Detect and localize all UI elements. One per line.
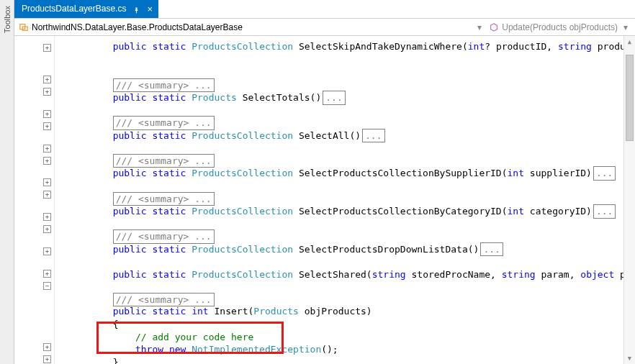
fold-toggle[interactable]: + [43, 178, 51, 186]
highlight-box [96, 322, 284, 354]
vertical-scrollbar[interactable]: ▴ ▾ [623, 36, 635, 364]
type-dropdown-icon[interactable]: ▾ [474, 22, 485, 32]
fold-toggle[interactable]: + [43, 110, 51, 118]
fold-toggle[interactable]: + [43, 343, 51, 351]
toolbox-label: Toolbox [3, 6, 12, 33]
method-icon [489, 22, 499, 32]
tab-active[interactable]: ProductsDataLayerBase.cs × [14, 0, 158, 18]
fold-toggle[interactable]: + [43, 355, 51, 363]
fold-toggle[interactable]: + [43, 247, 51, 255]
fold-toggle[interactable]: + [43, 270, 51, 278]
fold-toggle[interactable]: + [43, 145, 51, 153]
close-icon[interactable]: × [147, 4, 153, 14]
pin-icon[interactable] [133, 6, 140, 12]
code-editor[interactable]: public static ProductsCollection SelectS… [55, 36, 623, 364]
scroll-thumb[interactable] [626, 55, 634, 141]
fold-toggle[interactable]: + [43, 122, 51, 130]
editor-gutter: + + + + + + + + + + + + + [14, 36, 55, 364]
fold-toggle[interactable]: + [43, 213, 51, 221]
tab-bar: ProductsDataLayerBase.cs × [14, 0, 635, 19]
fold-toggle[interactable]: + [43, 88, 51, 96]
scroll-down-icon[interactable]: ▾ [624, 352, 635, 364]
type-nav-bar: NorthwindNS.DataLayer.Base.ProductsDataL… [14, 19, 635, 36]
toolbox-panel[interactable]: Toolbox [0, 0, 14, 364]
fold-toggle[interactable]: − [43, 282, 51, 290]
member-selector[interactable]: Update(Products objProducts) [502, 22, 618, 32]
class-icon [19, 22, 29, 32]
fold-toggle[interactable]: + [43, 225, 51, 233]
fold-toggle[interactable]: + [43, 44, 51, 52]
type-breadcrumb[interactable]: NorthwindNS.DataLayer.Base.ProductsDataL… [32, 22, 243, 32]
fold-toggle[interactable]: + [43, 191, 51, 199]
member-dropdown-icon[interactable]: ▾ [621, 22, 631, 32]
scroll-up-icon[interactable]: ▴ [624, 36, 635, 47]
tab-label: ProductsDataLayerBase.cs [22, 4, 126, 14]
fold-toggle[interactable]: + [43, 76, 51, 83]
fold-toggle[interactable]: + [43, 157, 51, 165]
